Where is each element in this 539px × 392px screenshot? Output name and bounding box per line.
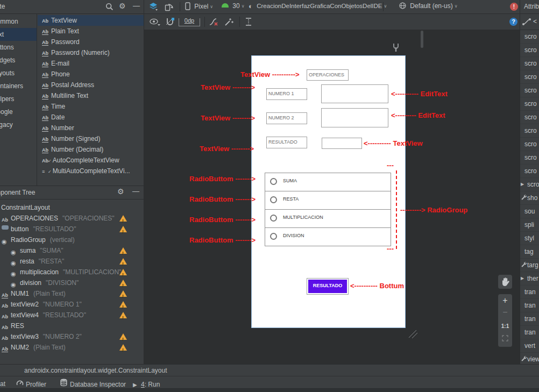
palette-item-number[interactable]: AbNumber <box>38 123 144 133</box>
palette-category-text[interactable]: Text <box>0 28 37 41</box>
palette-category-containers[interactable]: Containers <box>0 80 37 92</box>
tree-node-textview4[interactable]: AbtextView4"RESULTADO" <box>0 310 144 320</box>
radiobutton-division[interactable]: DIVISION <box>265 227 391 246</box>
tree-node-textview3[interactable]: AbtextView3"NUMERO 2" <box>0 331 144 342</box>
tree-node-division[interactable]: ◉division"DIVISION" <box>0 277 144 288</box>
radiobutton-suma[interactable]: SUMA <box>265 173 391 191</box>
default-margin-selector[interactable]: 0dp <box>179 18 200 26</box>
attribute-row-scro-2[interactable]: scro <box>520 57 539 70</box>
radiogroup[interactable]: SUMARESTAMULTIPLICACIONDIVISION <box>265 173 391 246</box>
api-selector[interactable]: 30∨ <box>222 2 245 10</box>
palette-category-common[interactable]: Common <box>0 15 37 28</box>
attribute-row-scro-3[interactable]: scro <box>520 70 539 84</box>
attribute-row-tag-16[interactable]: tag <box>520 245 539 259</box>
tool-logcat[interactable]: Logcat <box>0 376 9 389</box>
tree-node-num1[interactable]: AbNUM1(Plain Text) <box>0 288 144 299</box>
attribute-row-tran-21[interactable]: tran <box>520 312 539 326</box>
palette-settings-gear-icon[interactable]: ⚙ <box>119 2 126 10</box>
search-icon[interactable] <box>105 3 114 11</box>
tree-node-button[interactable]: button"RESULTADO" <box>0 224 144 234</box>
palette-item-textview[interactable]: AbTextView <box>38 15 144 26</box>
error-badge[interactable]: ! <box>510 3 518 11</box>
device-selector[interactable]: Pixel∨ <box>185 2 213 10</box>
palette-category-google[interactable]: Google <box>0 105 37 118</box>
tree-node-operaciones[interactable]: AbOPERACIONES"OPERACIONES" <box>0 213 144 224</box>
attribute-row-scro-5[interactable]: scro <box>520 97 539 111</box>
palette-item-multiautocompletetextvi-[interactable]: ≡✓MultiAutoCompleteTextVi... <box>38 166 144 176</box>
theme-selector[interactable]: ◐ CreacionDeInterfazGraficaConObjetosDel… <box>249 2 387 10</box>
view-options-eye-icon[interactable] <box>150 18 160 26</box>
palette-item-password[interactable]: AbPassword <box>38 37 144 47</box>
palette-item-password-numeric-[interactable]: AbPassword (Numeric) <box>38 47 144 58</box>
attribute-row-vert-23[interactable]: vert <box>520 339 539 353</box>
palette-tab[interactable]: Palette <box>0 0 102 13</box>
infer-constraints-wand-icon[interactable] <box>224 17 233 27</box>
attribute-row-scro-4[interactable]: scro <box>520 84 539 97</box>
attribute-row-ther-18[interactable]: ▶ther <box>520 272 539 286</box>
tree-node-multiplicacion[interactable]: ◉multiplicacion"MULTIPLICACION" <box>0 267 144 277</box>
attribute-row-tran-22[interactable]: tran <box>520 326 539 339</box>
palette-item-number-decimal-[interactable]: AbNumber (Decimal) <box>38 144 144 155</box>
textview-result-value[interactable] <box>322 138 362 149</box>
palette-item-number-signed-[interactable]: AbNumber (Signed) <box>38 133 144 144</box>
pack-guideline-icon[interactable] <box>244 17 253 27</box>
expand-icon[interactable]: ▶ <box>521 272 524 285</box>
design-surface-layers-icon[interactable] <box>149 3 158 11</box>
tree-node-num2[interactable]: AbNUM2(Plain Text) <box>0 342 144 353</box>
textview-numero2[interactable]: NUMERO 2 <box>266 112 307 124</box>
tree-settings-gear-icon[interactable]: ⚙ <box>117 186 124 198</box>
attribute-row-scro-8[interactable]: scro <box>520 138 539 151</box>
attribute-row-sho-12[interactable]: sho <box>520 191 539 205</box>
radiobutton-resta[interactable]: RESTA <box>265 191 391 210</box>
palette-category-legacy[interactable]: Legacy <box>0 118 37 131</box>
palette-item-e-mail[interactable]: AbE-mail <box>38 58 144 69</box>
attribute-row-tran-19[interactable]: tran <box>520 286 539 299</box>
edittext-num2[interactable] <box>321 108 388 127</box>
canvas-scrollbar[interactable] <box>421 31 423 48</box>
edittext-num1[interactable] <box>321 84 388 103</box>
breadcrumb[interactable]: androidx.constraintlayout.widget.Constra… <box>24 365 167 376</box>
tree-node-radiogroup[interactable]: ◉RadioGroup(vertical) <box>0 234 144 245</box>
clear-constraints-icon[interactable] <box>209 17 218 27</box>
attribute-row-targ-17[interactable]: targ <box>520 259 539 272</box>
orientation-icon[interactable] <box>165 3 174 11</box>
expand-icon[interactable]: ▶ <box>521 178 524 191</box>
palette-category-buttons[interactable]: Buttons <box>0 41 37 54</box>
attribute-row-scro-6[interactable]: scro <box>520 111 539 124</box>
palette-item-postal-address[interactable]: AbPostal Address <box>38 80 144 90</box>
zoom-to-fit-icon[interactable] <box>502 335 508 341</box>
textview-operaciones[interactable]: OPERACIONES <box>307 69 349 81</box>
attribute-row-scro-0[interactable]: scro <box>520 30 539 44</box>
attribute-row-sou-13[interactable]: sou <box>520 205 539 218</box>
palette-category-helpers[interactable]: Helpers <box>0 92 37 105</box>
palette-category-layouts[interactable]: Layouts <box>0 67 37 80</box>
zoom-in-button[interactable]: + <box>498 294 512 307</box>
palette-item-date[interactable]: AbDate <box>38 112 144 123</box>
attribute-row-scro-7[interactable]: scro <box>520 124 539 138</box>
tree-node-constraintlayout[interactable]: ConstraintLayout <box>0 202 144 213</box>
attribute-row-tran-20[interactable]: tran <box>520 299 539 312</box>
resultado-button[interactable]: RESULTADO <box>308 280 347 293</box>
attribute-row-spli-14[interactable]: spli <box>520 218 539 232</box>
attribute-row-styl-15[interactable]: styl <box>520 232 539 245</box>
attribute-row-scro-10[interactable]: scro <box>520 165 539 178</box>
zoom-out-button[interactable]: − <box>498 307 512 320</box>
tree-node-resta[interactable]: ◉resta"RESTA" <box>0 256 144 267</box>
textview-resultado[interactable]: RESULTADO <box>266 137 307 148</box>
minimize-panel-icon[interactable]: — <box>133 2 140 10</box>
tree-node-suma[interactable]: ◉suma"SUMA" <box>0 245 144 256</box>
collapse-icon[interactable]: < <box>533 18 537 25</box>
tree-node-textview2[interactable]: AbtextView2"NUMERO 1" <box>0 299 144 310</box>
tree-node-res[interactable]: AbRES <box>0 320 144 331</box>
palette-item-multiline-text[interactable]: AbMultiline Text <box>38 90 144 101</box>
canvas-resize-handle[interactable] <box>407 328 419 339</box>
attribute-row-scro-1[interactable]: scro <box>520 44 539 57</box>
zoom-ratio-button[interactable]: 1:1 <box>498 320 512 333</box>
autoconnect-magnet-icon[interactable] <box>165 17 175 27</box>
radiobutton-multiplicacion[interactable]: MULTIPLICACION <box>265 209 391 228</box>
palette-item-phone[interactable]: AbPhone <box>38 69 144 80</box>
attribute-row-scro-9[interactable]: scro <box>520 151 539 165</box>
palette-item-autocompletetextview[interactable]: Ab✓AutoCompleteTextView <box>38 155 144 166</box>
pan-hand-button[interactable] <box>498 275 512 289</box>
minimize-tree-icon[interactable]: — <box>132 186 139 198</box>
